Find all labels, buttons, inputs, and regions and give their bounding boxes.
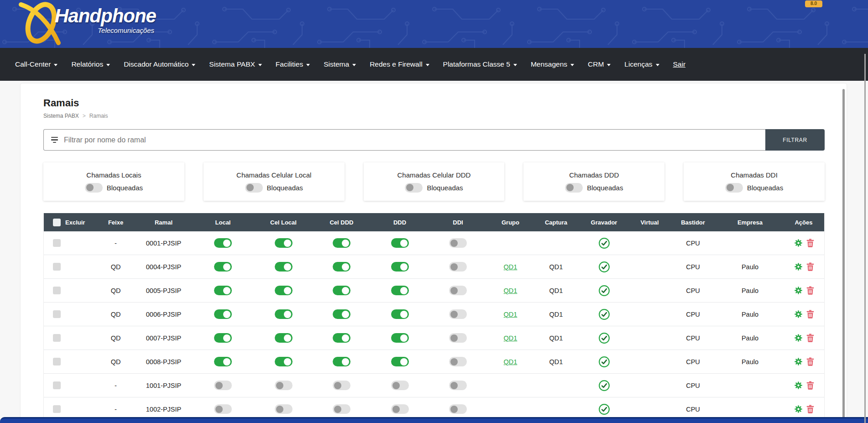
inner-scrollbar[interactable] (842, 89, 845, 418)
toggle-local[interactable] (214, 333, 232, 343)
toggle-ddd[interactable] (391, 262, 409, 272)
toggle-cel-ddd[interactable] (333, 309, 350, 319)
toggle-ddi[interactable] (449, 286, 467, 295)
breadcrumb-parent[interactable]: Sistema PABX (43, 113, 79, 119)
nav-item-licencas[interactable]: Licenças (617, 60, 666, 68)
toggle-cel-ddd[interactable] (333, 357, 350, 366)
delete-button[interactable] (806, 405, 814, 413)
cell-feixe: - (96, 240, 135, 247)
delete-button[interactable] (806, 310, 814, 319)
row-checkbox[interactable] (53, 358, 61, 366)
blocked-toggle[interactable] (245, 183, 263, 193)
toggle-local[interactable] (214, 381, 232, 390)
toggle-cel-local[interactable] (275, 262, 293, 272)
toggle-ddi[interactable] (449, 333, 467, 343)
edit-settings-button[interactable] (794, 333, 803, 343)
nav-item-facilities[interactable]: Facilities (269, 60, 317, 68)
toggle-cel-ddd[interactable] (333, 262, 350, 272)
delete-button[interactable] (806, 357, 814, 366)
window-scrollbar[interactable] (864, 54, 866, 423)
row-checkbox[interactable] (53, 334, 61, 342)
toggle-ddd[interactable] (391, 404, 409, 414)
delete-button[interactable] (806, 381, 814, 390)
edit-settings-button[interactable] (794, 381, 803, 390)
nav-item-crm[interactable]: CRM (581, 60, 617, 68)
edit-settings-button[interactable] (794, 238, 803, 248)
blocked-toggle[interactable] (725, 183, 743, 193)
cell-acoes (783, 357, 824, 366)
toggle-cel-local[interactable] (275, 286, 293, 295)
toggle-cel-ddd[interactable] (333, 381, 350, 390)
row-checkbox[interactable] (53, 381, 61, 389)
page-title: Ramais (43, 97, 825, 109)
nav-item-sistema-pabx[interactable]: Sistema PABX (202, 60, 269, 68)
toggle-cel-ddd[interactable] (333, 286, 350, 295)
toggle-ddd[interactable] (391, 238, 409, 248)
toggle-ddi[interactable] (449, 309, 467, 319)
row-checkbox[interactable] (53, 287, 61, 294)
nav-item-call-center[interactable]: Call-Center (8, 60, 64, 68)
toggle-cel-ddd[interactable] (333, 238, 350, 248)
blocked-toggle[interactable] (405, 183, 423, 193)
toggle-ddd[interactable] (391, 333, 409, 343)
row-checkbox[interactable] (53, 263, 61, 271)
select-all-checkbox[interactable] (53, 219, 61, 226)
toggle-cel-local[interactable] (275, 357, 293, 366)
nav-item-sair[interactable]: Sair (666, 60, 693, 68)
toggle-ddi[interactable] (449, 404, 467, 414)
toggle-ddd[interactable] (391, 357, 409, 366)
edit-settings-button[interactable] (794, 357, 803, 366)
row-checkbox[interactable] (53, 405, 61, 413)
toggle-local[interactable] (214, 357, 232, 366)
edit-settings-button[interactable] (794, 286, 803, 295)
toggle-ddi[interactable] (449, 238, 467, 248)
toggle-local[interactable] (214, 309, 232, 319)
toggle-ddi[interactable] (449, 357, 467, 366)
edit-settings-button[interactable] (794, 404, 803, 414)
toggle-cel-local[interactable] (275, 404, 293, 414)
grupo-link[interactable]: QD1 (504, 334, 518, 342)
trash-icon (806, 334, 814, 342)
toggle-ddd[interactable] (391, 286, 409, 295)
toggle-ddd[interactable] (391, 381, 409, 390)
edit-settings-button[interactable] (794, 262, 803, 272)
toggle-ddi[interactable] (449, 381, 467, 390)
grupo-link[interactable]: QD1 (504, 358, 518, 366)
nav-item-mensagens[interactable]: Mensagens (524, 60, 581, 68)
edit-settings-button[interactable] (794, 309, 803, 319)
grupo-link[interactable]: QD1 (504, 263, 518, 271)
blocked-toggle[interactable] (565, 183, 583, 193)
toggle-ddi[interactable] (449, 262, 467, 272)
handphone-logo: Handphone Telecomunicações (16, 1, 156, 46)
nav-item-sistema[interactable]: Sistema (317, 60, 363, 68)
row-checkbox[interactable] (53, 310, 61, 318)
nav-item-discador-automatico[interactable]: Discador Automático (117, 60, 202, 68)
nav-item-relatorios[interactable]: Relatórios (64, 60, 117, 68)
delete-button[interactable] (806, 262, 814, 271)
toggle-cel-local[interactable] (275, 238, 293, 248)
toggle-cel-local[interactable] (275, 381, 293, 390)
toggle-cel-ddd[interactable] (333, 333, 350, 343)
toggle-local[interactable] (214, 262, 232, 272)
filter-input[interactable] (63, 136, 758, 145)
row-checkbox[interactable] (53, 239, 61, 247)
delete-button[interactable] (806, 286, 814, 295)
grupo-link[interactable]: QD1 (504, 287, 518, 294)
toggle-local[interactable] (214, 404, 232, 414)
grupo-link[interactable]: QD1 (504, 311, 518, 318)
toggle-local[interactable] (214, 286, 232, 295)
call-block-cards: Chamadas Locais Bloqueadas Chamadas Celu… (43, 162, 825, 201)
delete-button[interactable] (806, 239, 814, 247)
nav-item-plataformas-classe-5[interactable]: Plataformas Classe 5 (436, 60, 524, 68)
delete-button[interactable] (806, 334, 814, 342)
card-title: Chamadas Celular DDD (397, 171, 471, 179)
toggle-ddd[interactable] (391, 309, 409, 319)
toggle-local[interactable] (214, 238, 232, 248)
nav-item-redes-e-firewall[interactable]: Redes e Firewall (363, 60, 436, 68)
blocked-toggle[interactable] (85, 183, 103, 193)
toggle-cel-local[interactable] (275, 309, 293, 319)
filter-button[interactable]: FILTRAR (765, 129, 825, 151)
check-circle-icon (598, 308, 610, 320)
toggle-cel-ddd[interactable] (333, 404, 350, 414)
toggle-cel-local[interactable] (275, 333, 293, 343)
